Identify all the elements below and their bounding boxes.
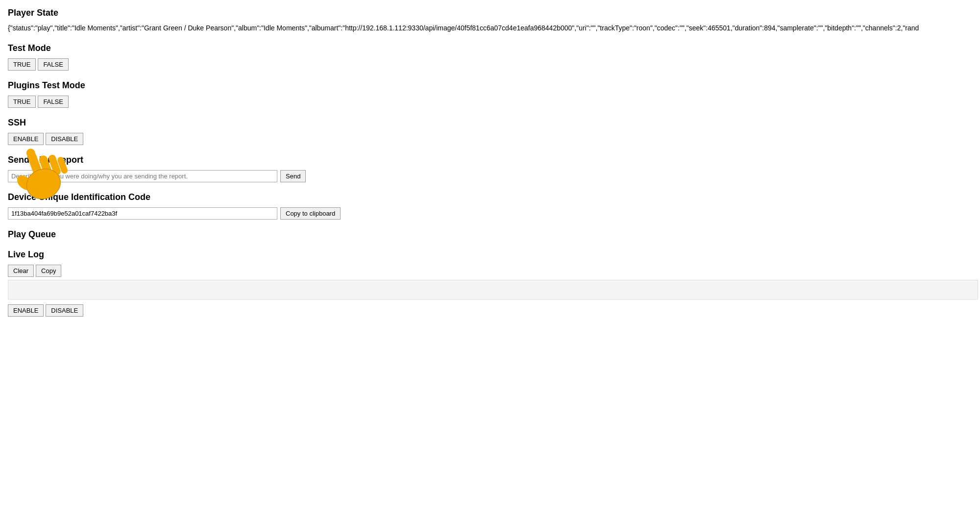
test-mode-true-button[interactable]: TRUE xyxy=(8,58,36,71)
live-log-enable-button[interactable]: ENABLE xyxy=(8,304,44,317)
test-mode-false-button[interactable]: FALSE xyxy=(38,58,68,71)
plugins-test-mode-title: Plugins Test Mode xyxy=(8,80,972,91)
device-code-row: Copy to clipboard xyxy=(8,207,972,220)
bug-report-section: Send a bug report Send xyxy=(8,155,972,182)
device-code-title: Device Unique Identification Code xyxy=(8,192,972,202)
ssh-buttons: ENABLE DISABLE xyxy=(8,133,972,145)
player-state-title: Player State xyxy=(8,8,972,18)
live-log-section: Live Log Clear Copy ENABLE DISABLE xyxy=(8,249,972,317)
device-code-section: Device Unique Identification Code Copy t… xyxy=(8,192,972,220)
copy-to-clipboard-button[interactable]: Copy to clipboard xyxy=(280,207,341,220)
plugins-test-mode-false-button[interactable]: FALSE xyxy=(38,96,68,108)
plugins-test-mode-buttons: TRUE FALSE xyxy=(8,96,972,108)
live-log-clear-button[interactable]: Clear xyxy=(8,265,34,277)
test-mode-title: Test Mode xyxy=(8,43,972,53)
bug-report-row: Send xyxy=(8,170,972,182)
test-mode-section: Test Mode TRUE FALSE xyxy=(8,43,972,71)
live-log-title: Live Log xyxy=(8,249,972,260)
live-log-disable-button[interactable]: DISABLE xyxy=(46,304,83,317)
player-state-text: {"status":"play","title":"Idle Moments",… xyxy=(8,23,939,33)
live-log-bottom-buttons: ENABLE DISABLE xyxy=(8,304,972,317)
ssh-title: SSH xyxy=(8,118,972,128)
ssh-disable-button[interactable]: DISABLE xyxy=(46,133,83,145)
live-log-top-buttons: Clear Copy xyxy=(8,265,972,277)
play-queue-section: Play Queue xyxy=(8,229,972,240)
test-mode-buttons: TRUE FALSE xyxy=(8,58,972,71)
live-log-copy-button[interactable]: Copy xyxy=(36,265,61,277)
bug-report-input[interactable] xyxy=(8,170,277,182)
plugins-test-mode-section: Plugins Test Mode TRUE FALSE xyxy=(8,80,972,108)
bug-report-title: Send a bug report xyxy=(8,155,972,165)
player-state-section: Player State {"status":"play","title":"I… xyxy=(8,8,972,33)
device-code-input[interactable] xyxy=(8,207,277,220)
ssh-enable-button[interactable]: ENABLE xyxy=(8,133,44,145)
play-queue-title: Play Queue xyxy=(8,229,972,240)
live-log-area xyxy=(8,280,978,299)
bug-report-send-button[interactable]: Send xyxy=(280,170,306,182)
plugins-test-mode-true-button[interactable]: TRUE xyxy=(8,96,36,108)
ssh-section: SSH ENABLE DISABLE xyxy=(8,118,972,145)
